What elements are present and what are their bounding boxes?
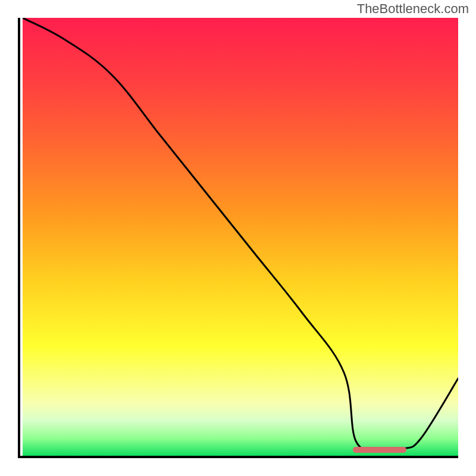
plot-area bbox=[23, 18, 458, 456]
curve-layer bbox=[23, 18, 458, 456]
chart-container: TheBottleneck.com bbox=[0, 0, 476, 476]
watermark-text: TheBottleneck.com bbox=[357, 1, 469, 17]
bottleneck-curve bbox=[23, 18, 458, 450]
plot-frame bbox=[18, 18, 458, 458]
